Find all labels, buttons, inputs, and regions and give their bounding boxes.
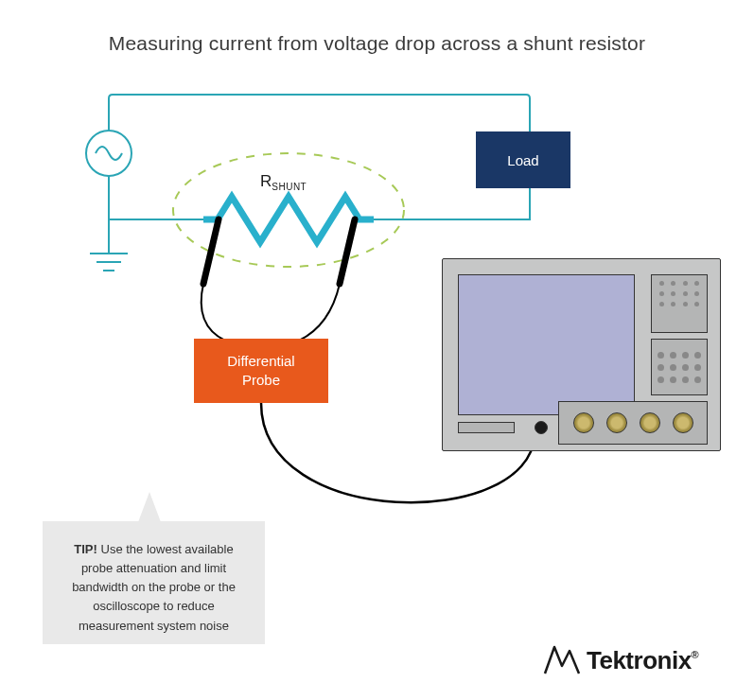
oscilloscope-slot xyxy=(458,422,515,433)
load-block: Load xyxy=(476,131,570,188)
rshunt-main: R xyxy=(260,172,272,190)
bnc-connector-icon xyxy=(673,412,693,433)
oscilloscope-inputs xyxy=(558,401,708,445)
ground-icon xyxy=(90,254,128,271)
oscilloscope-panel-mid xyxy=(651,339,708,395)
rshunt-sub: SHUNT xyxy=(272,182,307,192)
tip-body: Use the lowest available probe attenuati… xyxy=(72,542,236,633)
bnc-connector-icon xyxy=(573,412,594,433)
tip-prefix: TIP! xyxy=(74,542,97,556)
brand-reg: ® xyxy=(692,649,699,660)
brand-name: Tektronix® xyxy=(587,646,698,675)
tip-callout-pointer xyxy=(138,492,161,522)
tip-callout: TIP! Use the lowest available probe atte… xyxy=(43,521,265,644)
oscilloscope-plug xyxy=(535,421,548,434)
probe-leads xyxy=(202,284,340,341)
bnc-connector-icon xyxy=(640,412,660,433)
oscilloscope-screen xyxy=(458,274,635,415)
brand-logo: Tektronix® xyxy=(543,641,723,679)
svg-line-4 xyxy=(340,219,355,284)
highlight-ellipse xyxy=(173,153,404,267)
svg-line-3 xyxy=(203,219,219,284)
rshunt-label: RSHUNT xyxy=(260,172,307,192)
brand-name-text: Tektronix xyxy=(587,646,692,674)
probe-label: Differential Probe xyxy=(227,352,294,391)
brand-mark-icon xyxy=(543,645,581,675)
differential-probe-block: Differential Probe xyxy=(194,339,328,403)
bnc-connector-icon xyxy=(606,412,627,433)
oscilloscope-panel-top xyxy=(651,274,708,333)
probe-tips xyxy=(203,219,355,284)
